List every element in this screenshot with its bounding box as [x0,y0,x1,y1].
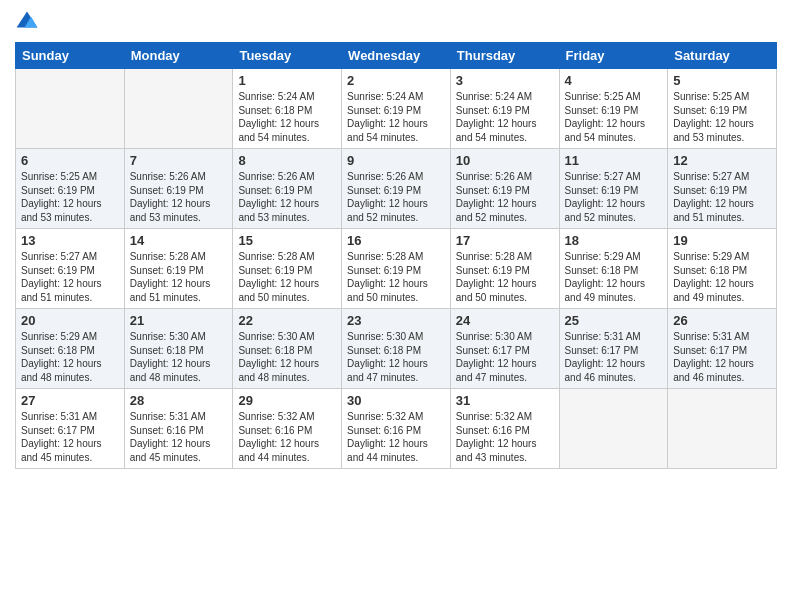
day-info: Sunrise: 5:26 AMSunset: 6:19 PMDaylight:… [130,170,228,224]
day-number: 14 [130,233,228,248]
day-number: 4 [565,73,663,88]
calendar-cell: 23Sunrise: 5:30 AMSunset: 6:18 PMDayligh… [342,309,451,389]
calendar-cell: 19Sunrise: 5:29 AMSunset: 6:18 PMDayligh… [668,229,777,309]
day-number: 11 [565,153,663,168]
calendar-cell: 22Sunrise: 5:30 AMSunset: 6:18 PMDayligh… [233,309,342,389]
calendar-cell [16,69,125,149]
day-info: Sunrise: 5:32 AMSunset: 6:16 PMDaylight:… [456,410,554,464]
day-info: Sunrise: 5:32 AMSunset: 6:16 PMDaylight:… [347,410,445,464]
day-info: Sunrise: 5:32 AMSunset: 6:16 PMDaylight:… [238,410,336,464]
day-info: Sunrise: 5:27 AMSunset: 6:19 PMDaylight:… [21,250,119,304]
calendar-cell: 1Sunrise: 5:24 AMSunset: 6:18 PMDaylight… [233,69,342,149]
calendar-cell: 12Sunrise: 5:27 AMSunset: 6:19 PMDayligh… [668,149,777,229]
calendar-cell: 8Sunrise: 5:26 AMSunset: 6:19 PMDaylight… [233,149,342,229]
day-number: 3 [456,73,554,88]
day-number: 28 [130,393,228,408]
day-number: 26 [673,313,771,328]
day-info: Sunrise: 5:31 AMSunset: 6:16 PMDaylight:… [130,410,228,464]
day-info: Sunrise: 5:28 AMSunset: 6:19 PMDaylight:… [238,250,336,304]
day-info: Sunrise: 5:26 AMSunset: 6:19 PMDaylight:… [456,170,554,224]
calendar-cell: 24Sunrise: 5:30 AMSunset: 6:17 PMDayligh… [450,309,559,389]
calendar-cell: 31Sunrise: 5:32 AMSunset: 6:16 PMDayligh… [450,389,559,469]
calendar-cell: 5Sunrise: 5:25 AMSunset: 6:19 PMDaylight… [668,69,777,149]
day-info: Sunrise: 5:28 AMSunset: 6:19 PMDaylight:… [347,250,445,304]
calendar-cell: 15Sunrise: 5:28 AMSunset: 6:19 PMDayligh… [233,229,342,309]
day-info: Sunrise: 5:25 AMSunset: 6:19 PMDaylight:… [565,90,663,144]
day-info: Sunrise: 5:27 AMSunset: 6:19 PMDaylight:… [565,170,663,224]
calendar-cell [559,389,668,469]
calendar-cell: 18Sunrise: 5:29 AMSunset: 6:18 PMDayligh… [559,229,668,309]
calendar-cell: 17Sunrise: 5:28 AMSunset: 6:19 PMDayligh… [450,229,559,309]
week-row-4: 20Sunrise: 5:29 AMSunset: 6:18 PMDayligh… [16,309,777,389]
day-info: Sunrise: 5:28 AMSunset: 6:19 PMDaylight:… [456,250,554,304]
weekday-monday: Monday [124,43,233,69]
day-number: 18 [565,233,663,248]
calendar-cell: 25Sunrise: 5:31 AMSunset: 6:17 PMDayligh… [559,309,668,389]
page: SundayMondayTuesdayWednesdayThursdayFrid… [0,0,792,612]
day-info: Sunrise: 5:31 AMSunset: 6:17 PMDaylight:… [21,410,119,464]
weekday-thursday: Thursday [450,43,559,69]
day-number: 7 [130,153,228,168]
calendar-cell: 27Sunrise: 5:31 AMSunset: 6:17 PMDayligh… [16,389,125,469]
week-row-1: 1Sunrise: 5:24 AMSunset: 6:18 PMDaylight… [16,69,777,149]
day-info: Sunrise: 5:28 AMSunset: 6:19 PMDaylight:… [130,250,228,304]
calendar-cell [668,389,777,469]
day-info: Sunrise: 5:25 AMSunset: 6:19 PMDaylight:… [21,170,119,224]
calendar-cell: 13Sunrise: 5:27 AMSunset: 6:19 PMDayligh… [16,229,125,309]
day-number: 2 [347,73,445,88]
day-info: Sunrise: 5:26 AMSunset: 6:19 PMDaylight:… [347,170,445,224]
calendar-cell: 9Sunrise: 5:26 AMSunset: 6:19 PMDaylight… [342,149,451,229]
day-info: Sunrise: 5:30 AMSunset: 6:18 PMDaylight:… [130,330,228,384]
day-number: 6 [21,153,119,168]
day-number: 1 [238,73,336,88]
day-number: 23 [347,313,445,328]
day-info: Sunrise: 5:29 AMSunset: 6:18 PMDaylight:… [673,250,771,304]
calendar-cell: 29Sunrise: 5:32 AMSunset: 6:16 PMDayligh… [233,389,342,469]
logo [15,10,43,34]
calendar-cell: 26Sunrise: 5:31 AMSunset: 6:17 PMDayligh… [668,309,777,389]
calendar-cell: 30Sunrise: 5:32 AMSunset: 6:16 PMDayligh… [342,389,451,469]
day-number: 9 [347,153,445,168]
day-info: Sunrise: 5:27 AMSunset: 6:19 PMDaylight:… [673,170,771,224]
calendar-cell: 20Sunrise: 5:29 AMSunset: 6:18 PMDayligh… [16,309,125,389]
calendar-cell: 16Sunrise: 5:28 AMSunset: 6:19 PMDayligh… [342,229,451,309]
calendar-cell: 14Sunrise: 5:28 AMSunset: 6:19 PMDayligh… [124,229,233,309]
day-number: 12 [673,153,771,168]
day-number: 22 [238,313,336,328]
week-row-2: 6Sunrise: 5:25 AMSunset: 6:19 PMDaylight… [16,149,777,229]
day-info: Sunrise: 5:30 AMSunset: 6:18 PMDaylight:… [347,330,445,384]
week-row-5: 27Sunrise: 5:31 AMSunset: 6:17 PMDayligh… [16,389,777,469]
weekday-tuesday: Tuesday [233,43,342,69]
day-info: Sunrise: 5:31 AMSunset: 6:17 PMDaylight:… [673,330,771,384]
day-number: 19 [673,233,771,248]
day-number: 15 [238,233,336,248]
weekday-wednesday: Wednesday [342,43,451,69]
calendar-cell: 6Sunrise: 5:25 AMSunset: 6:19 PMDaylight… [16,149,125,229]
calendar-cell: 21Sunrise: 5:30 AMSunset: 6:18 PMDayligh… [124,309,233,389]
calendar-cell: 7Sunrise: 5:26 AMSunset: 6:19 PMDaylight… [124,149,233,229]
day-info: Sunrise: 5:29 AMSunset: 6:18 PMDaylight:… [21,330,119,384]
day-info: Sunrise: 5:24 AMSunset: 6:19 PMDaylight:… [347,90,445,144]
calendar-cell: 4Sunrise: 5:25 AMSunset: 6:19 PMDaylight… [559,69,668,149]
week-row-3: 13Sunrise: 5:27 AMSunset: 6:19 PMDayligh… [16,229,777,309]
calendar-cell: 28Sunrise: 5:31 AMSunset: 6:16 PMDayligh… [124,389,233,469]
day-number: 30 [347,393,445,408]
day-info: Sunrise: 5:30 AMSunset: 6:17 PMDaylight:… [456,330,554,384]
day-number: 8 [238,153,336,168]
day-number: 24 [456,313,554,328]
day-info: Sunrise: 5:31 AMSunset: 6:17 PMDaylight:… [565,330,663,384]
calendar-cell: 10Sunrise: 5:26 AMSunset: 6:19 PMDayligh… [450,149,559,229]
day-number: 13 [21,233,119,248]
weekday-sunday: Sunday [16,43,125,69]
day-number: 29 [238,393,336,408]
calendar-table: SundayMondayTuesdayWednesdayThursdayFrid… [15,42,777,469]
weekday-saturday: Saturday [668,43,777,69]
weekday-header-row: SundayMondayTuesdayWednesdayThursdayFrid… [16,43,777,69]
day-info: Sunrise: 5:25 AMSunset: 6:19 PMDaylight:… [673,90,771,144]
day-number: 16 [347,233,445,248]
logo-icon [15,10,39,34]
calendar-cell: 11Sunrise: 5:27 AMSunset: 6:19 PMDayligh… [559,149,668,229]
weekday-friday: Friday [559,43,668,69]
header [15,10,777,34]
day-number: 17 [456,233,554,248]
